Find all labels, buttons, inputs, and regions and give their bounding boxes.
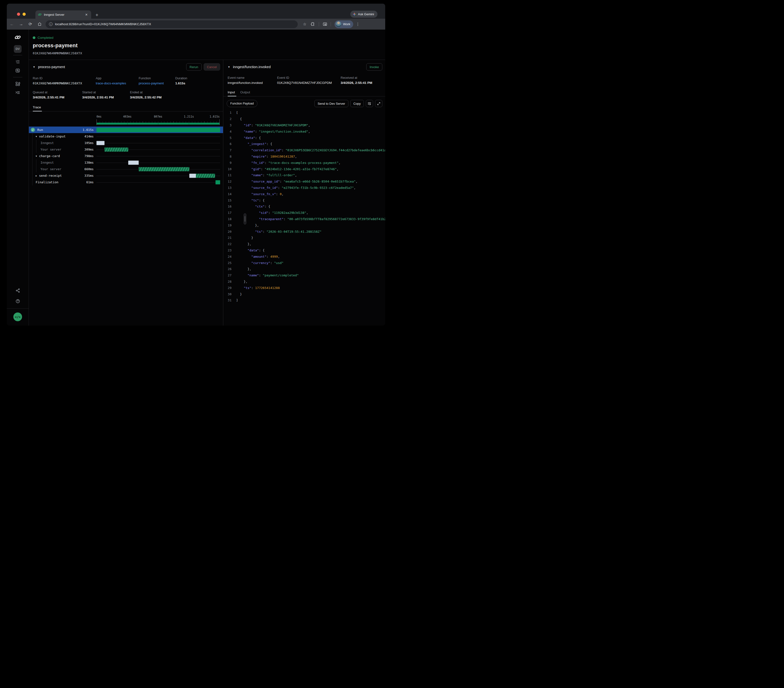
code-line: 21}: [223, 235, 385, 241]
url-text[interactable]: localhost:8288/run?runID=01KJX6Q7W64NMKM…: [55, 22, 151, 26]
ask-gemini-button[interactable]: Ask Gemini: [350, 11, 377, 18]
code-line: 7"correlation_id": "01KJX6P53EB6C2752XGS…: [223, 147, 385, 153]
queue-time-bar[interactable]: [189, 174, 196, 178]
chevron-down-icon[interactable]: ▼: [227, 66, 230, 68]
browser-tab[interactable]: Inngest Server ✕: [35, 10, 91, 19]
cancel-button[interactable]: Cancel: [204, 63, 220, 71]
tick-label: 807ms: [154, 115, 162, 118]
line-number: 15: [223, 199, 232, 202]
function-link[interactable]: process-payment: [139, 81, 175, 85]
execution-bar[interactable]: [216, 180, 220, 184]
collapse-caret-icon[interactable]: ▼: [36, 155, 39, 157]
site-info-icon[interactable]: i: [49, 22, 53, 26]
sidebar-item-events[interactable]: [13, 66, 22, 75]
execution-bar[interactable]: [139, 167, 189, 171]
panel-resize-handle[interactable]: [244, 213, 246, 224]
extensions-icon[interactable]: [309, 21, 316, 28]
code-line: 17"sid": "119282aa29b3d138",: [223, 210, 385, 216]
line-number: 16: [223, 205, 232, 208]
status-dot: [33, 36, 35, 39]
copy-button[interactable]: Copy: [350, 100, 364, 107]
line-number: 7: [223, 148, 232, 152]
trace-row-finalization[interactable]: Finalization61ms: [29, 179, 223, 186]
timeline-end-tick: [219, 119, 220, 125]
back-icon[interactable]: ←: [8, 20, 16, 28]
execution-bar[interactable]: [196, 174, 215, 178]
tick-label: 0ms: [97, 115, 102, 118]
code-line: 3"id": "01KJX6Q7V81N4DMZ7HFJ0CGPDM",: [223, 122, 385, 128]
code-line: 9"fn_id": "trace-docs-examples-process-p…: [223, 160, 385, 166]
line-number: 29: [223, 286, 232, 290]
avatar: [336, 21, 341, 27]
json-payload-viewer[interactable]: 1[2{3"id": "01KJX6Q7V81N4DMZ7HFJ0CGPDM",…: [223, 110, 385, 326]
bookmark-star-icon[interactable]: ☆: [301, 21, 308, 28]
function-payload-chip[interactable]: Function Payload: [227, 100, 257, 107]
queue-time-bar[interactable]: [128, 160, 139, 165]
reload-icon[interactable]: ⟳: [26, 20, 35, 28]
detail-function: Function process-payment: [139, 76, 175, 85]
span-name: Inngest: [41, 141, 54, 145]
send-to-dev-server-button[interactable]: Send to Dev Server: [315, 100, 348, 107]
span-duration: 660ms: [81, 167, 94, 171]
code-line: 11"name": "fulfill-order",: [223, 172, 385, 178]
zoom-window-button[interactable]: [28, 13, 31, 16]
close-window-button[interactable]: [17, 13, 20, 16]
trace-row-inngest[interactable]: Inngest138ms: [29, 159, 223, 166]
sidebar-item-console[interactable]: [13, 88, 22, 97]
collapse-caret-icon[interactable]: ▼: [36, 135, 39, 138]
minimize-window-button[interactable]: [23, 13, 26, 16]
sidebar-item-runs[interactable]: [13, 58, 22, 66]
tab-output[interactable]: Output: [240, 91, 250, 96]
invoke-button[interactable]: Invoke: [366, 63, 382, 71]
browser-window: Inngest Server ✕ ＋ Ask Gemini ← → ⟳ i lo…: [7, 3, 385, 326]
app-link[interactable]: trace-docs-examples: [96, 81, 139, 85]
trace-row-charge-card[interactable]: ▼charge-card798ms: [29, 153, 223, 159]
browser-menu-icon[interactable]: ⋮: [354, 21, 361, 28]
code-line: 19},: [223, 222, 385, 228]
help-icon[interactable]: [13, 297, 22, 305]
trace-row-validate-input[interactable]: ▼validate-input414ms: [29, 133, 223, 140]
new-tab-button[interactable]: ＋: [94, 12, 99, 18]
home-icon[interactable]: [35, 20, 44, 28]
tab-input[interactable]: Input: [227, 91, 235, 96]
macos-traffic-lights[interactable]: [17, 13, 31, 16]
chevron-down-icon[interactable]: ▼: [33, 66, 35, 68]
forward-icon[interactable]: →: [17, 20, 25, 28]
detail-run-id: Run ID 01KJX6Q7W64NMKMWBNKCJ58XTX: [33, 76, 96, 85]
trace-row-send-receipt[interactable]: ▶send-receipt335ms: [29, 172, 223, 179]
line-number: 19: [223, 224, 232, 227]
status-badge: Completed: [38, 36, 53, 40]
line-number: 1: [223, 111, 232, 114]
trace-row-your-server[interactable]: Your server309ms: [29, 146, 223, 153]
dev-tools-button[interactable]: </>: [13, 313, 22, 321]
word-wrap-icon[interactable]: [366, 100, 373, 107]
tab-trace[interactable]: Trace: [33, 105, 41, 111]
expand-icon[interactable]: [375, 100, 382, 107]
event-tabs: Input Output: [223, 91, 385, 97]
span-name: Your server: [41, 148, 61, 151]
execution-bar[interactable]: [97, 128, 220, 132]
execution-bar[interactable]: [104, 147, 128, 151]
tick-label: 1.211s: [184, 115, 194, 118]
expand-caret-icon[interactable]: ▶: [36, 174, 39, 177]
trace-row-your-server[interactable]: Your server660ms: [29, 166, 223, 172]
trace-row-inngest[interactable]: Inngest105ms: [29, 140, 223, 146]
span-name: validate-input: [39, 135, 66, 138]
sidebar-item-apps[interactable]: [13, 79, 22, 88]
queue-time-bar[interactable]: [97, 141, 104, 145]
share-icon[interactable]: [13, 286, 22, 295]
tab-search-icon[interactable]: [321, 21, 328, 28]
timeline-overview-bar: [97, 123, 220, 125]
span-name: Your server: [41, 167, 61, 171]
inngest-logo[interactable]: [13, 33, 22, 42]
trace-row-run[interactable]: ✔Run1.615s: [29, 127, 223, 133]
address-bar[interactable]: i localhost:8288/run?runID=01KJX6Q7W64NM…: [46, 20, 298, 28]
profile-button[interactable]: Work: [334, 20, 353, 28]
line-number: 26: [223, 267, 232, 271]
rerun-button[interactable]: Rerun: [186, 63, 201, 71]
toolbar-separator: [331, 22, 331, 26]
app-badge-dv[interactable]: DV: [14, 45, 21, 53]
tab-close-icon[interactable]: ✕: [84, 13, 89, 16]
code-line: 12"source_app_id": "eea6afc5-e66d-5b26-8…: [223, 178, 385, 185]
app-sidebar: DV: [7, 30, 29, 326]
